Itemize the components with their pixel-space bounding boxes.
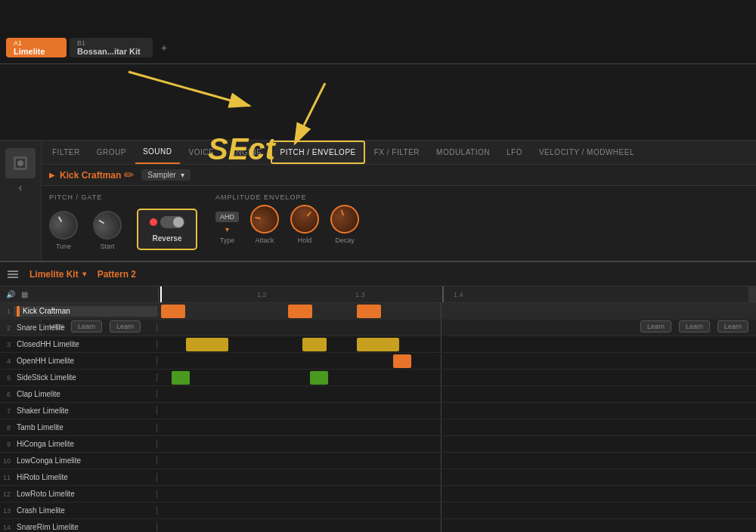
attack-knob[interactable]: [248, 203, 281, 236]
instrument-edit-icon[interactable]: ✏: [124, 168, 134, 182]
track-name-4[interactable]: OpenHH Limelite: [14, 357, 157, 365]
grid-section-divider: [441, 469, 442, 485]
kit-dropdown-arrow[interactable]: ▾: [82, 270, 86, 278]
beat-cell-3-2[interactable]: [357, 338, 399, 351]
beat-cell-5-0[interactable]: [172, 371, 190, 385]
track-grid-4[interactable]: [157, 353, 756, 369]
track-grid-8[interactable]: [157, 419, 756, 435]
track-row-4[interactable]: 4OpenHH Limelite: [0, 353, 756, 370]
track-row-5[interactable]: 5SideStick Limelite: [0, 370, 756, 386]
nav-tab-lfo[interactable]: LFO: [499, 141, 530, 164]
nav-tab-velocity[interactable]: Velocity / Modwheel: [531, 141, 642, 164]
track-grid-2[interactable]: [157, 320, 756, 336]
svg-point-2: [17, 160, 23, 166]
track-tab-B1-name: Bossan...itar Kit: [77, 47, 145, 56]
sidebar-expand-icon[interactable]: ‹: [19, 181, 23, 193]
decay-label: Decay: [335, 237, 355, 244]
nav-tab-engine[interactable]: Engine: [223, 141, 269, 164]
track-grid-5[interactable]: [157, 370, 756, 385]
nav-tab-filter[interactable]: FILTER: [45, 141, 88, 164]
nav-tab-fx[interactable]: FX / Filter: [367, 141, 427, 164]
track-row-9[interactable]: 9HiConga Limelite: [0, 436, 756, 453]
start-knob[interactable]: [88, 206, 127, 245]
track-row-1[interactable]: 1Kick Craftman: [0, 303, 756, 320]
kit-name-text: Limelite Kit: [29, 269, 79, 280]
track-row-6[interactable]: 6Clap Limelite: [0, 386, 756, 403]
timeline-resize-handle[interactable]: [748, 286, 756, 302]
nav-tab-voice[interactable]: Voice: [181, 141, 222, 164]
sampler-dropdown[interactable]: Sampler ▾: [141, 169, 190, 181]
track-grid-7[interactable]: [157, 403, 756, 419]
nav-tab-pitch-envelope[interactable]: Pitch / Envelope: [271, 141, 364, 164]
nav-tab-modulation[interactable]: Modulation: [429, 141, 497, 164]
reverse-toggle[interactable]: [150, 216, 184, 228]
hold-knob[interactable]: [284, 199, 325, 240]
decay-knob[interactable]: [327, 201, 364, 238]
track-name-5[interactable]: SideStick Limelite: [14, 373, 157, 382]
track-tab-B1[interactable]: B1 Bossan...itar Kit: [70, 38, 153, 57]
track-row-11[interactable]: 11HiRoto Limelite: [0, 469, 756, 486]
nav-tab-sound[interactable]: SOUND: [135, 141, 180, 164]
beat-cell-3-1[interactable]: [302, 338, 327, 351]
track-row-2[interactable]: 2Snare Limelite: [0, 320, 756, 336]
beat-cell-5-1[interactable]: [310, 371, 328, 385]
sequencer: Limelite Kit ▾ Pattern 2 🔊 ▦ 1.2 1.3 1.4…: [0, 261, 756, 532]
track-name-10[interactable]: LowConga Limelite: [14, 456, 157, 465]
track-row-8[interactable]: 8Tamb Limelite: [0, 419, 756, 436]
track-row-13[interactable]: 13Crash Limelite: [0, 503, 756, 519]
track-number-8: 8: [0, 424, 14, 431]
track-row-14[interactable]: 14SnareRim Limelite: [0, 519, 756, 532]
grid-section-divider: [441, 386, 442, 402]
track-name-8[interactable]: Tamb Limelite: [14, 423, 157, 431]
grid-section-divider: [441, 453, 442, 469]
timeline-mark-2: 1.3: [355, 291, 365, 298]
track-grid-1[interactable]: [157, 303, 756, 319]
type-arrow: ▾: [225, 225, 229, 234]
track-name-6[interactable]: Clap Limelite: [14, 390, 157, 398]
add-track-button[interactable]: +: [156, 39, 172, 56]
instrument-name: Kick Craftman: [60, 170, 121, 181]
track-grid-3[interactable]: [157, 336, 756, 352]
track-name-9[interactable]: HiConga Limelite: [14, 440, 157, 448]
track-name-3[interactable]: ClosedHH Limelite: [14, 340, 157, 348]
track-name-14[interactable]: SnareRim Limelite: [14, 523, 157, 531]
track-number-2: 2: [0, 324, 14, 332]
reverse-label: Reverse: [153, 234, 182, 243]
track-grid-14[interactable]: [157, 519, 756, 532]
track-name-7[interactable]: Shaker Limelite: [14, 407, 157, 415]
track-row-7[interactable]: 7Shaker Limelite: [0, 403, 756, 419]
beat-cell-3-0[interactable]: [186, 338, 228, 351]
beat-cell-1-1[interactable]: [288, 305, 312, 318]
track-grid-12[interactable]: [157, 486, 756, 502]
sequencer-header: Limelite Kit ▾ Pattern 2: [0, 262, 756, 286]
beat-cell-4-0[interactable]: [393, 354, 411, 368]
track-row-3[interactable]: 3ClosedHH Limelite: [0, 336, 756, 353]
track-name-2[interactable]: Snare Limelite: [14, 323, 157, 332]
track-grid-13[interactable]: [157, 503, 756, 518]
track-grid-9[interactable]: [157, 436, 756, 452]
track-number-3: 3: [0, 341, 14, 348]
track-name-11[interactable]: HiRoto Limelite: [14, 473, 157, 481]
menu-icon[interactable]: [8, 271, 18, 278]
grid-section-divider: [441, 403, 442, 419]
toggle-track[interactable]: [160, 216, 184, 228]
track-grid-6[interactable]: [157, 386, 756, 402]
instrument-icon: ▶: [49, 171, 55, 179]
track-tab-A1[interactable]: A1 Limelite: [6, 38, 67, 57]
track-grid-11[interactable]: [157, 469, 756, 485]
grid-section-divider: [441, 353, 442, 369]
track-grid-10[interactable]: [157, 453, 756, 469]
tracks-container[interactable]: 1Kick Craftman2Snare Limelite3ClosedHH L…: [0, 303, 756, 532]
beat-cell-1-2[interactable]: [357, 305, 381, 318]
track-number-4: 4: [0, 357, 14, 365]
track-row-10[interactable]: 10LowConga Limelite: [0, 453, 756, 469]
beat-cell-1-0[interactable]: [161, 305, 185, 318]
track-row-12[interactable]: 12LowRoto Limelite: [0, 486, 756, 503]
toggle-handle: [173, 217, 184, 227]
track-name-1[interactable]: Kick Craftman: [14, 306, 157, 317]
track-number-5: 5: [0, 374, 14, 382]
track-name-12[interactable]: LowRoto Limelite: [14, 490, 157, 498]
nav-tab-group[interactable]: GROUP: [89, 141, 134, 164]
tune-knob[interactable]: [44, 206, 83, 245]
track-name-13[interactable]: Crash Limelite: [14, 506, 157, 515]
